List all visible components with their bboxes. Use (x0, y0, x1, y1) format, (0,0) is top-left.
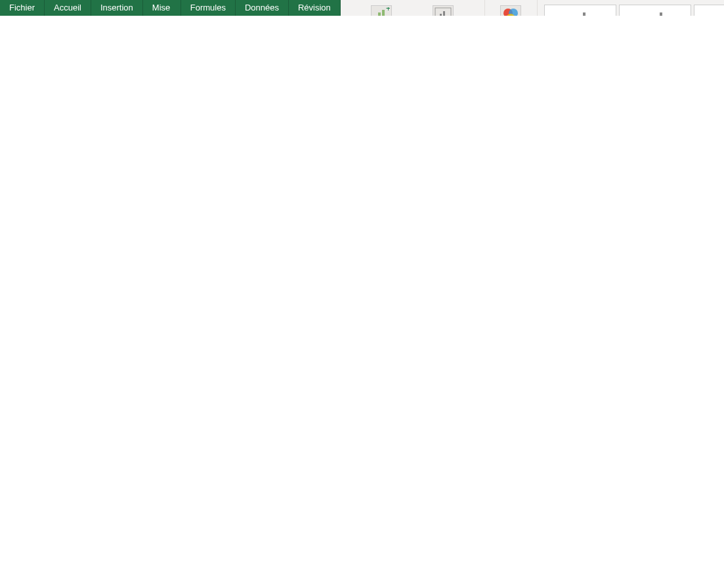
svg-text:+: + (386, 7, 390, 13)
add-chart-element-icon: + (371, 5, 392, 16)
chart-style-2[interactable] (619, 5, 691, 16)
tab-formules[interactable]: Formules (181, 0, 236, 16)
chart-style-1[interactable] (544, 5, 616, 16)
quick-layout-button[interactable]: Disposition rapide (414, 3, 472, 16)
svg-rect-1 (378, 12, 381, 16)
chart-style-3[interactable] (694, 5, 724, 16)
ribbon-tabs: Fichier Accueil Insertion Mise en page F… (0, 0, 724, 16)
tab-mise-en-page[interactable]: Mise en page (143, 0, 181, 16)
ribbon-body: + Ajouter un élément de graphique Dispos… (341, 0, 724, 16)
quick-layout-icon (433, 5, 454, 16)
tab-accueil[interactable]: Accueil (45, 0, 91, 16)
tab-revision[interactable]: Révision (289, 0, 341, 16)
svg-rect-6 (440, 14, 442, 16)
svg-rect-7 (443, 11, 445, 16)
change-colors-icon (500, 5, 521, 16)
svg-rect-2 (382, 10, 385, 16)
chart-styles-gallery[interactable] (543, 3, 724, 16)
tab-donnees[interactable]: Données (236, 0, 289, 16)
tab-fichier[interactable]: Fichier (0, 0, 45, 16)
change-colors-button[interactable]: Modifier les couleurs (482, 3, 540, 16)
tab-insertion[interactable]: Insertion (91, 0, 143, 16)
add-chart-element-button[interactable]: + Ajouter un élément de graphique (352, 3, 410, 16)
